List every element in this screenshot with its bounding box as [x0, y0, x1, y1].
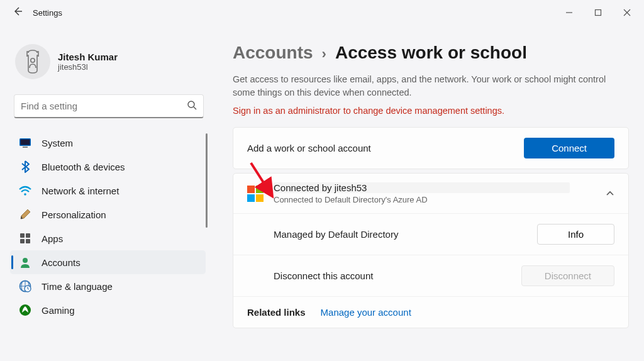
main-content: Accounts › Access work or school Get acc…: [214, 25, 634, 361]
svg-point-15: [23, 258, 28, 263]
minimize-button[interactable]: [555, 3, 584, 23]
time-icon: [19, 280, 31, 292]
breadcrumb: Accounts › Access work or school: [233, 43, 629, 63]
nav-list: System Bluetooth & devices Network & int…: [10, 131, 206, 322]
sidebar-item-label: System: [42, 138, 73, 148]
sidebar-item-label: Apps: [42, 233, 63, 244]
avatar: [15, 44, 50, 79]
svg-rect-13: [20, 239, 25, 243]
title-bar: Settings: [0, 0, 644, 25]
sidebar-item-bluetooth[interactable]: Bluetooth & devices: [10, 155, 206, 179]
sidebar-item-network[interactable]: Network & internet: [10, 179, 206, 203]
sidebar-scrollbar[interactable]: [206, 133, 208, 228]
svg-rect-11: [20, 233, 25, 238]
breadcrumb-parent[interactable]: Accounts: [233, 43, 313, 63]
sidebar-item-label: Accounts: [42, 257, 80, 268]
breadcrumb-separator-icon: ›: [322, 46, 326, 62]
gaming-icon: [19, 304, 31, 316]
add-account-card: Add a work or school account Connect: [233, 127, 629, 169]
system-icon: [19, 136, 31, 149]
add-account-label: Add a work or school account: [247, 143, 524, 153]
svg-point-10: [24, 193, 26, 196]
sidebar-item-label: Time & language: [42, 281, 113, 292]
account-header[interactable]: Connected by jitesh53 Connected to Defau…: [233, 174, 628, 213]
accounts-icon: [19, 256, 31, 269]
svg-rect-9: [23, 147, 28, 148]
sidebar-item-accounts[interactable]: Accounts: [10, 250, 206, 274]
search-input[interactable]: [21, 101, 187, 111]
svg-rect-14: [26, 239, 30, 243]
user-profile[interactable]: Jitesh Kumar jitesh53l: [10, 38, 208, 94]
sidebar: Jitesh Kumar jitesh53l System Bluetooth …: [6, 25, 214, 361]
sidebar-item-label: Gaming: [42, 305, 75, 316]
close-button[interactable]: [613, 3, 641, 23]
manage-account-link[interactable]: Manage your account: [321, 307, 411, 318]
managed-by-label: Managed by Default Directory: [274, 229, 537, 240]
related-links-label: Related links: [247, 307, 306, 318]
profile-name: Jitesh Kumar: [58, 52, 118, 62]
account-title: Connected by jitesh53: [274, 182, 570, 193]
sidebar-item-apps[interactable]: Apps: [10, 226, 206, 250]
admin-warning: Sign in as an administrator to change de…: [233, 106, 629, 116]
maximize-button[interactable]: [584, 3, 613, 23]
sidebar-item-label: Network & internet: [42, 186, 119, 196]
sidebar-item-gaming[interactable]: Gaming: [10, 298, 206, 322]
sidebar-item-label: Bluetooth & devices: [42, 162, 125, 172]
account-subtitle: Connected to Default Directory's Azure A…: [274, 195, 596, 204]
bluetooth-icon: [19, 160, 31, 173]
page-description: Get access to resources like email, apps…: [233, 73, 629, 99]
chevron-up-icon: [606, 189, 614, 199]
profile-subtitle: jitesh53l: [58, 62, 118, 72]
svg-point-4: [31, 58, 35, 62]
svg-rect-8: [21, 140, 30, 145]
svg-line-6: [194, 107, 196, 109]
disconnect-button: Disconnect: [521, 265, 614, 286]
info-button[interactable]: Info: [537, 224, 614, 245]
breadcrumb-current: Access work or school: [335, 43, 527, 63]
sidebar-item-personalization[interactable]: Personalization: [10, 203, 206, 226]
microsoft-logo-icon: [247, 186, 264, 202]
personalization-icon: [19, 208, 31, 221]
apps-icon: [19, 232, 31, 245]
sidebar-item-system[interactable]: System: [10, 131, 206, 155]
connect-button[interactable]: Connect: [524, 138, 614, 158]
search-icon: [187, 100, 197, 113]
network-icon: [19, 184, 31, 197]
svg-point-5: [188, 101, 194, 108]
disconnect-label: Disconnect this account: [274, 270, 521, 281]
svg-rect-12: [26, 233, 30, 238]
svg-rect-1: [596, 10, 601, 16]
window-title: Settings: [33, 8, 62, 18]
sidebar-item-time[interactable]: Time & language: [10, 274, 206, 298]
connected-account-card: Connected by jitesh53 Connected to Defau…: [233, 173, 629, 328]
search-box[interactable]: [14, 94, 204, 118]
sidebar-item-label: Personalization: [42, 209, 106, 220]
back-button[interactable]: [13, 6, 23, 19]
